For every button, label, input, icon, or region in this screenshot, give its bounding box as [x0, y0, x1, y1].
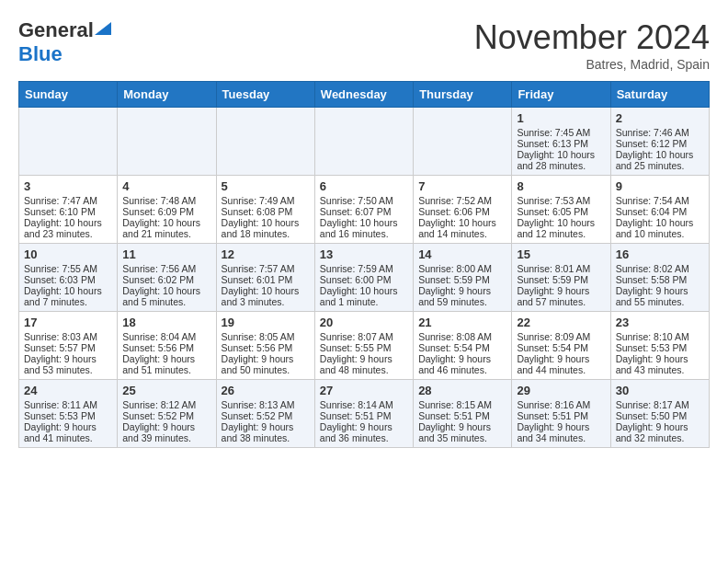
day-info: Sunrise: 7:59 AM Sunset: 6:00 PM Dayligh…: [320, 263, 398, 307]
calendar-cell: 8Sunrise: 7:53 AM Sunset: 6:05 PM Daylig…: [512, 176, 610, 244]
calendar-cell: 23Sunrise: 8:10 AM Sunset: 5:53 PM Dayli…: [610, 312, 709, 380]
calendar-cell: 2Sunrise: 7:46 AM Sunset: 6:12 PM Daylig…: [610, 108, 709, 176]
day-info: Sunrise: 8:12 AM Sunset: 5:52 PM Dayligh…: [122, 399, 196, 443]
day-number: 8: [517, 179, 605, 193]
calendar-cell: 9Sunrise: 7:54 AM Sunset: 6:04 PM Daylig…: [610, 176, 709, 244]
day-info: Sunrise: 8:16 AM Sunset: 5:51 PM Dayligh…: [517, 399, 590, 443]
header-friday: Friday: [512, 82, 610, 108]
calendar-cell: 11Sunrise: 7:56 AM Sunset: 6:02 PM Dayli…: [118, 244, 216, 312]
calendar-cell: 19Sunrise: 8:05 AM Sunset: 5:56 PM Dayli…: [216, 312, 314, 380]
header-tuesday: Tuesday: [216, 82, 314, 108]
day-info: Sunrise: 7:56 AM Sunset: 6:02 PM Dayligh…: [122, 263, 200, 307]
day-info: Sunrise: 7:45 AM Sunset: 6:13 PM Dayligh…: [517, 127, 595, 171]
svg-marker-0: [95, 22, 111, 35]
day-number: 18: [122, 316, 210, 329]
logo-general: General: [18, 18, 94, 42]
day-number: 19: [222, 316, 310, 329]
calendar-cell: 25Sunrise: 8:12 AM Sunset: 5:52 PM Dayli…: [118, 380, 216, 448]
day-info: Sunrise: 8:03 AM Sunset: 5:57 PM Dayligh…: [24, 331, 97, 375]
day-info: Sunrise: 8:07 AM Sunset: 5:55 PM Dayligh…: [320, 331, 393, 375]
day-number: 11: [122, 247, 210, 261]
day-number: 27: [320, 384, 408, 397]
calendar-cell: 13Sunrise: 7:59 AM Sunset: 6:00 PM Dayli…: [314, 244, 413, 312]
week-row-4: 24Sunrise: 8:11 AM Sunset: 5:53 PM Dayli…: [19, 380, 710, 448]
day-number: 29: [517, 384, 605, 397]
day-info: Sunrise: 8:10 AM Sunset: 5:53 PM Dayligh…: [616, 331, 689, 375]
day-number: 25: [122, 384, 210, 397]
logo-blue: Blue: [18, 42, 63, 65]
day-info: Sunrise: 8:01 AM Sunset: 5:59 PM Dayligh…: [517, 263, 590, 307]
week-row-1: 3Sunrise: 7:47 AM Sunset: 6:10 PM Daylig…: [19, 176, 710, 244]
day-info: Sunrise: 7:50 AM Sunset: 6:07 PM Dayligh…: [320, 195, 398, 239]
header-sunday: Sunday: [19, 82, 118, 108]
day-number: 10: [24, 247, 112, 261]
day-number: 24: [24, 384, 112, 397]
day-number: 5: [222, 179, 310, 193]
day-number: 23: [616, 316, 704, 329]
day-info: Sunrise: 7:57 AM Sunset: 6:01 PM Dayligh…: [222, 263, 300, 307]
calendar-cell: 7Sunrise: 7:52 AM Sunset: 6:06 PM Daylig…: [414, 176, 512, 244]
day-info: Sunrise: 7:46 AM Sunset: 6:12 PM Dayligh…: [616, 127, 694, 171]
day-number: 1: [517, 111, 605, 125]
day-info: Sunrise: 8:00 AM Sunset: 5:59 PM Dayligh…: [418, 263, 492, 307]
header-monday: Monday: [118, 82, 216, 108]
day-number: 2: [616, 111, 704, 125]
week-row-3: 17Sunrise: 8:03 AM Sunset: 5:57 PM Dayli…: [19, 312, 710, 380]
day-number: 14: [418, 247, 506, 261]
header-saturday: Saturday: [610, 82, 709, 108]
day-number: 22: [517, 316, 605, 329]
day-number: 13: [320, 247, 408, 261]
day-info: Sunrise: 7:48 AM Sunset: 6:09 PM Dayligh…: [122, 195, 200, 239]
day-number: 21: [418, 316, 506, 329]
calendar-cell: [118, 108, 216, 176]
day-info: Sunrise: 7:49 AM Sunset: 6:08 PM Dayligh…: [222, 195, 300, 239]
calendar-cell: 30Sunrise: 8:17 AM Sunset: 5:50 PM Dayli…: [610, 380, 709, 448]
day-info: Sunrise: 8:05 AM Sunset: 5:56 PM Dayligh…: [222, 331, 295, 375]
calendar-cell: 16Sunrise: 8:02 AM Sunset: 5:58 PM Dayli…: [610, 244, 709, 312]
day-info: Sunrise: 8:04 AM Sunset: 5:56 PM Dayligh…: [122, 331, 196, 375]
calendar-cell: 24Sunrise: 8:11 AM Sunset: 5:53 PM Dayli…: [19, 380, 118, 448]
calendar-body: 1Sunrise: 7:45 AM Sunset: 6:13 PM Daylig…: [19, 108, 710, 448]
calendar-cell: 29Sunrise: 8:16 AM Sunset: 5:51 PM Dayli…: [512, 380, 610, 448]
month-title: November 2024: [474, 18, 710, 57]
page-header: General Blue November 2024 Batres, Madri…: [18, 18, 710, 72]
day-info: Sunrise: 8:08 AM Sunset: 5:54 PM Dayligh…: [418, 331, 492, 375]
calendar-cell: 17Sunrise: 8:03 AM Sunset: 5:57 PM Dayli…: [19, 312, 118, 380]
calendar-cell: [216, 108, 314, 176]
day-number: 17: [24, 316, 112, 329]
day-info: Sunrise: 8:17 AM Sunset: 5:50 PM Dayligh…: [616, 399, 689, 443]
week-row-0: 1Sunrise: 7:45 AM Sunset: 6:13 PM Daylig…: [19, 108, 710, 176]
day-number: 26: [222, 384, 310, 397]
calendar-cell: 15Sunrise: 8:01 AM Sunset: 5:59 PM Dayli…: [512, 244, 610, 312]
calendar-table: SundayMondayTuesdayWednesdayThursdayFrid…: [18, 81, 710, 448]
calendar-cell: 3Sunrise: 7:47 AM Sunset: 6:10 PM Daylig…: [19, 176, 118, 244]
location-subtitle: Batres, Madrid, Spain: [474, 57, 710, 72]
day-number: 4: [122, 179, 210, 193]
day-number: 12: [222, 247, 310, 261]
calendar-cell: 27Sunrise: 8:14 AM Sunset: 5:51 PM Dayli…: [314, 380, 413, 448]
day-info: Sunrise: 7:55 AM Sunset: 6:03 PM Dayligh…: [24, 263, 102, 307]
calendar-cell: 14Sunrise: 8:00 AM Sunset: 5:59 PM Dayli…: [414, 244, 512, 312]
calendar-cell: 18Sunrise: 8:04 AM Sunset: 5:56 PM Dayli…: [118, 312, 216, 380]
logo-icon: [95, 22, 111, 35]
day-number: 7: [418, 179, 506, 193]
day-number: 30: [616, 384, 704, 397]
day-info: Sunrise: 8:14 AM Sunset: 5:51 PM Dayligh…: [320, 399, 393, 443]
day-number: 16: [616, 247, 704, 261]
calendar-cell: 10Sunrise: 7:55 AM Sunset: 6:03 PM Dayli…: [19, 244, 118, 312]
calendar-cell: 22Sunrise: 8:09 AM Sunset: 5:54 PM Dayli…: [512, 312, 610, 380]
calendar-cell: 6Sunrise: 7:50 AM Sunset: 6:07 PM Daylig…: [314, 176, 413, 244]
calendar-cell: 21Sunrise: 8:08 AM Sunset: 5:54 PM Dayli…: [414, 312, 512, 380]
calendar-cell: 12Sunrise: 7:57 AM Sunset: 6:01 PM Dayli…: [216, 244, 314, 312]
day-number: 15: [517, 247, 605, 261]
logo: General Blue: [18, 18, 111, 66]
calendar-cell: [314, 108, 413, 176]
day-info: Sunrise: 7:54 AM Sunset: 6:04 PM Dayligh…: [616, 195, 694, 239]
title-block: November 2024 Batres, Madrid, Spain: [474, 18, 710, 72]
day-info: Sunrise: 7:52 AM Sunset: 6:06 PM Dayligh…: [418, 195, 496, 239]
calendar-cell: 26Sunrise: 8:13 AM Sunset: 5:52 PM Dayli…: [216, 380, 314, 448]
header-thursday: Thursday: [414, 82, 512, 108]
day-number: 3: [24, 179, 112, 193]
calendar-header-row: SundayMondayTuesdayWednesdayThursdayFrid…: [19, 82, 710, 108]
day-number: 6: [320, 179, 408, 193]
